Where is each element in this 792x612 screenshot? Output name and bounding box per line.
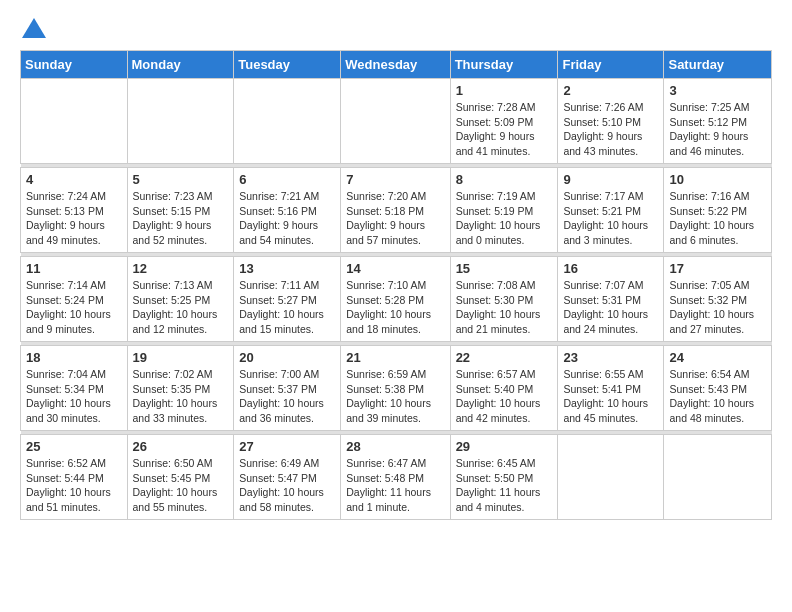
col-header-wednesday: Wednesday xyxy=(341,51,450,79)
day-detail: Sunrise: 6:47 AM Sunset: 5:48 PM Dayligh… xyxy=(346,456,444,515)
day-number: 13 xyxy=(239,261,335,276)
day-detail: Sunrise: 7:26 AM Sunset: 5:10 PM Dayligh… xyxy=(563,100,658,159)
day-detail: Sunrise: 7:07 AM Sunset: 5:31 PM Dayligh… xyxy=(563,278,658,337)
day-number: 8 xyxy=(456,172,553,187)
calendar-cell: 29Sunrise: 6:45 AM Sunset: 5:50 PM Dayli… xyxy=(450,435,558,520)
day-number: 23 xyxy=(563,350,658,365)
day-number: 2 xyxy=(563,83,658,98)
calendar-cell: 9Sunrise: 7:17 AM Sunset: 5:21 PM Daylig… xyxy=(558,168,664,253)
calendar-cell: 10Sunrise: 7:16 AM Sunset: 5:22 PM Dayli… xyxy=(664,168,772,253)
day-number: 22 xyxy=(456,350,553,365)
day-number: 1 xyxy=(456,83,553,98)
week-row-2: 4Sunrise: 7:24 AM Sunset: 5:13 PM Daylig… xyxy=(21,168,772,253)
day-number: 6 xyxy=(239,172,335,187)
calendar-table: SundayMondayTuesdayWednesdayThursdayFrid… xyxy=(20,50,772,520)
calendar-cell xyxy=(21,79,128,164)
calendar-cell: 3Sunrise: 7:25 AM Sunset: 5:12 PM Daylig… xyxy=(664,79,772,164)
day-number: 18 xyxy=(26,350,122,365)
calendar-cell: 26Sunrise: 6:50 AM Sunset: 5:45 PM Dayli… xyxy=(127,435,234,520)
day-number: 29 xyxy=(456,439,553,454)
calendar-cell: 12Sunrise: 7:13 AM Sunset: 5:25 PM Dayli… xyxy=(127,257,234,342)
col-header-friday: Friday xyxy=(558,51,664,79)
day-detail: Sunrise: 7:13 AM Sunset: 5:25 PM Dayligh… xyxy=(133,278,229,337)
day-number: 11 xyxy=(26,261,122,276)
calendar-cell xyxy=(341,79,450,164)
day-number: 24 xyxy=(669,350,766,365)
day-detail: Sunrise: 7:10 AM Sunset: 5:28 PM Dayligh… xyxy=(346,278,444,337)
calendar-cell: 27Sunrise: 6:49 AM Sunset: 5:47 PM Dayli… xyxy=(234,435,341,520)
day-number: 10 xyxy=(669,172,766,187)
day-detail: Sunrise: 7:00 AM Sunset: 5:37 PM Dayligh… xyxy=(239,367,335,426)
day-detail: Sunrise: 6:54 AM Sunset: 5:43 PM Dayligh… xyxy=(669,367,766,426)
day-detail: Sunrise: 7:11 AM Sunset: 5:27 PM Dayligh… xyxy=(239,278,335,337)
logo xyxy=(20,16,46,40)
calendar-cell: 4Sunrise: 7:24 AM Sunset: 5:13 PM Daylig… xyxy=(21,168,128,253)
calendar-cell: 21Sunrise: 6:59 AM Sunset: 5:38 PM Dayli… xyxy=(341,346,450,431)
col-header-monday: Monday xyxy=(127,51,234,79)
calendar-cell: 1Sunrise: 7:28 AM Sunset: 5:09 PM Daylig… xyxy=(450,79,558,164)
day-number: 25 xyxy=(26,439,122,454)
week-row-4: 18Sunrise: 7:04 AM Sunset: 5:34 PM Dayli… xyxy=(21,346,772,431)
day-number: 7 xyxy=(346,172,444,187)
day-detail: Sunrise: 7:20 AM Sunset: 5:18 PM Dayligh… xyxy=(346,189,444,248)
header-row: SundayMondayTuesdayWednesdayThursdayFrid… xyxy=(21,51,772,79)
day-number: 12 xyxy=(133,261,229,276)
header xyxy=(20,16,772,40)
day-number: 21 xyxy=(346,350,444,365)
svg-marker-0 xyxy=(22,18,46,38)
day-detail: Sunrise: 6:59 AM Sunset: 5:38 PM Dayligh… xyxy=(346,367,444,426)
day-number: 5 xyxy=(133,172,229,187)
day-detail: Sunrise: 6:50 AM Sunset: 5:45 PM Dayligh… xyxy=(133,456,229,515)
week-row-3: 11Sunrise: 7:14 AM Sunset: 5:24 PM Dayli… xyxy=(21,257,772,342)
day-number: 15 xyxy=(456,261,553,276)
day-number: 26 xyxy=(133,439,229,454)
calendar-cell xyxy=(234,79,341,164)
col-header-thursday: Thursday xyxy=(450,51,558,79)
day-detail: Sunrise: 7:25 AM Sunset: 5:12 PM Dayligh… xyxy=(669,100,766,159)
calendar-cell: 20Sunrise: 7:00 AM Sunset: 5:37 PM Dayli… xyxy=(234,346,341,431)
day-number: 17 xyxy=(669,261,766,276)
calendar-cell: 24Sunrise: 6:54 AM Sunset: 5:43 PM Dayli… xyxy=(664,346,772,431)
day-number: 14 xyxy=(346,261,444,276)
day-number: 9 xyxy=(563,172,658,187)
calendar-cell: 22Sunrise: 6:57 AM Sunset: 5:40 PM Dayli… xyxy=(450,346,558,431)
calendar-cell: 2Sunrise: 7:26 AM Sunset: 5:10 PM Daylig… xyxy=(558,79,664,164)
calendar-cell xyxy=(664,435,772,520)
day-detail: Sunrise: 6:49 AM Sunset: 5:47 PM Dayligh… xyxy=(239,456,335,515)
calendar-cell xyxy=(558,435,664,520)
col-header-saturday: Saturday xyxy=(664,51,772,79)
day-detail: Sunrise: 6:55 AM Sunset: 5:41 PM Dayligh… xyxy=(563,367,658,426)
day-detail: Sunrise: 7:14 AM Sunset: 5:24 PM Dayligh… xyxy=(26,278,122,337)
day-number: 16 xyxy=(563,261,658,276)
calendar-cell: 14Sunrise: 7:10 AM Sunset: 5:28 PM Dayli… xyxy=(341,257,450,342)
calendar-cell: 7Sunrise: 7:20 AM Sunset: 5:18 PM Daylig… xyxy=(341,168,450,253)
week-row-1: 1Sunrise: 7:28 AM Sunset: 5:09 PM Daylig… xyxy=(21,79,772,164)
calendar-cell: 19Sunrise: 7:02 AM Sunset: 5:35 PM Dayli… xyxy=(127,346,234,431)
col-header-tuesday: Tuesday xyxy=(234,51,341,79)
day-detail: Sunrise: 7:19 AM Sunset: 5:19 PM Dayligh… xyxy=(456,189,553,248)
day-number: 28 xyxy=(346,439,444,454)
day-number: 27 xyxy=(239,439,335,454)
day-number: 3 xyxy=(669,83,766,98)
calendar-cell: 6Sunrise: 7:21 AM Sunset: 5:16 PM Daylig… xyxy=(234,168,341,253)
day-number: 20 xyxy=(239,350,335,365)
calendar-cell: 15Sunrise: 7:08 AM Sunset: 5:30 PM Dayli… xyxy=(450,257,558,342)
day-number: 4 xyxy=(26,172,122,187)
col-header-sunday: Sunday xyxy=(21,51,128,79)
day-detail: Sunrise: 7:02 AM Sunset: 5:35 PM Dayligh… xyxy=(133,367,229,426)
day-detail: Sunrise: 7:04 AM Sunset: 5:34 PM Dayligh… xyxy=(26,367,122,426)
calendar-cell: 8Sunrise: 7:19 AM Sunset: 5:19 PM Daylig… xyxy=(450,168,558,253)
day-detail: Sunrise: 7:16 AM Sunset: 5:22 PM Dayligh… xyxy=(669,189,766,248)
calendar-cell: 11Sunrise: 7:14 AM Sunset: 5:24 PM Dayli… xyxy=(21,257,128,342)
logo-icon xyxy=(22,16,46,40)
calendar-cell: 13Sunrise: 7:11 AM Sunset: 5:27 PM Dayli… xyxy=(234,257,341,342)
day-detail: Sunrise: 7:23 AM Sunset: 5:15 PM Dayligh… xyxy=(133,189,229,248)
calendar-cell: 23Sunrise: 6:55 AM Sunset: 5:41 PM Dayli… xyxy=(558,346,664,431)
day-detail: Sunrise: 7:05 AM Sunset: 5:32 PM Dayligh… xyxy=(669,278,766,337)
day-detail: Sunrise: 6:57 AM Sunset: 5:40 PM Dayligh… xyxy=(456,367,553,426)
day-number: 19 xyxy=(133,350,229,365)
calendar-cell: 17Sunrise: 7:05 AM Sunset: 5:32 PM Dayli… xyxy=(664,257,772,342)
day-detail: Sunrise: 7:08 AM Sunset: 5:30 PM Dayligh… xyxy=(456,278,553,337)
calendar-cell: 5Sunrise: 7:23 AM Sunset: 5:15 PM Daylig… xyxy=(127,168,234,253)
page: SundayMondayTuesdayWednesdayThursdayFrid… xyxy=(0,0,792,536)
